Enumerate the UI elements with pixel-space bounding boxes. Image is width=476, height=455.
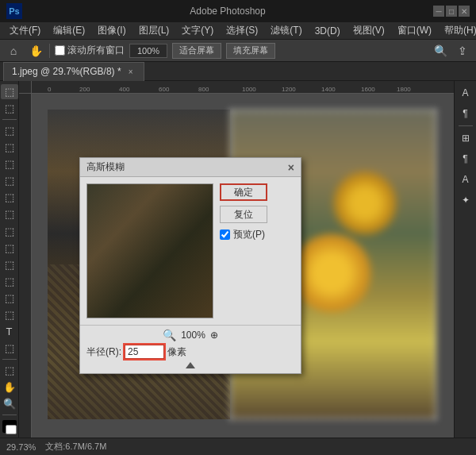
radius-unit: 像素 — [167, 345, 186, 359]
ruler-tick-600: 600 — [159, 86, 169, 93]
status-bar: 29.73% 文档:6.7M/6.7M — [0, 438, 476, 455]
right-panel: A ¶ ⊞ ¶ A ✦ — [454, 81, 476, 438]
left-toolbar: ⬚ ⬚ ⬚ ⬚ ⬚ ⬚ ⬚ ⬚ ⬚ ⬚ ⬚ ⬚ ⬚ ⬚ T ⬚ ⬚ ✋ 🔍 — [0, 81, 19, 438]
crop-tool[interactable]: ⬚ — [1, 140, 18, 155]
flower-blurred-1 — [292, 233, 371, 313]
share-icon[interactable]: ⇪ — [454, 42, 471, 60]
canvas-area: 0 200 400 600 800 1000 1200 1400 1600 18… — [19, 81, 454, 438]
gaussian-blur-dialog: 高斯模糊 × 确定 复位 预览(P) — [79, 157, 301, 374]
main-layout: ⬚ ⬚ ⬚ ⬚ ⬚ ⬚ ⬚ ⬚ ⬚ ⬚ ⬚ ⬚ ⬚ ⬚ T ⬚ ⬚ ✋ 🔍 0 … — [0, 81, 476, 438]
ruler-tick-1000: 1000 — [242, 86, 256, 93]
dialog-controls: 确定 复位 预览(P) — [220, 183, 294, 318]
tool-separator-1 — [2, 119, 17, 120]
ok-button[interactable]: 确定 — [220, 183, 267, 201]
hand-tool[interactable]: ✋ — [1, 380, 18, 395]
preview-checkbox-area: 预览(P) — [220, 228, 294, 241]
right-panel-btn-1[interactable]: A — [457, 84, 474, 102]
dialog-body: 确定 复位 预览(P) — [80, 177, 301, 325]
tab-bar: 1.jpeg @ 29.7%(RGB/8) * × — [0, 62, 476, 81]
search-icon[interactable]: 🔍 — [432, 42, 449, 60]
document-tab[interactable]: 1.jpeg @ 29.7%(RGB/8) * × — [3, 62, 144, 81]
zoom-tool[interactable]: 🔍 — [1, 396, 18, 411]
options-bar: ⌂ ✋ 滚动所有窗口 适合屏幕 填充屏幕 🔍 ⇪ — [0, 40, 476, 62]
menu-layer[interactable]: 图层(L) — [132, 22, 176, 39]
window-controls: ─ □ ✕ — [433, 6, 470, 17]
menu-select[interactable]: 选择(S) — [220, 22, 264, 39]
selection-tool[interactable]: ⬚ — [1, 101, 18, 116]
zoom-in-icon[interactable]: ⊕ — [210, 330, 218, 341]
menu-bar: 文件(F) 编辑(E) 图像(I) 图层(L) 文字(Y) 选择(S) 滤镜(T… — [0, 22, 476, 40]
zoom-input[interactable] — [129, 44, 167, 58]
slider-arrow[interactable] — [186, 362, 195, 368]
menu-file[interactable]: 文件(F) — [3, 22, 47, 39]
text-tool[interactable]: T — [1, 324, 18, 339]
scroll-all-checkbox[interactable] — [55, 45, 65, 56]
ps-logo: Ps — [6, 3, 22, 19]
menu-help[interactable]: 帮助(H) — [438, 22, 476, 39]
radius-label: 半径(R): — [86, 345, 121, 359]
dialog-footer: 🔍 100% ⊕ 半径(R): 像素 — [80, 325, 301, 373]
right-panel-btn-4[interactable]: ¶ — [457, 150, 474, 168]
radius-input[interactable] — [125, 345, 164, 359]
zoom-level: 29.73% — [6, 442, 36, 452]
canvas-content[interactable]: 高斯模糊 × 确定 复位 预览(P) — [32, 94, 454, 438]
menu-view[interactable]: 视图(V) — [347, 22, 391, 39]
dialog-title-text: 高斯模糊 — [86, 160, 125, 174]
ruler-left — [19, 81, 32, 438]
ruler-tick-1600: 1600 — [361, 86, 375, 93]
fit-screen-button[interactable]: 适合屏幕 — [172, 43, 221, 59]
right-panel-btn-5[interactable]: A — [457, 171, 474, 188]
dodge-tool[interactable]: ⬚ — [1, 291, 18, 306]
right-panel-btn-2[interactable]: ¶ — [457, 105, 474, 122]
title-bar: Ps Adobe Photoshop ─ □ ✕ — [0, 0, 476, 22]
scroll-all-label: 滚动所有窗口 — [67, 44, 125, 57]
minimize-button[interactable]: ─ — [433, 6, 444, 17]
menu-filter[interactable]: 滤镜(T) — [264, 22, 308, 39]
right-panel-btn-6[interactable]: ✦ — [457, 191, 474, 209]
menu-edit[interactable]: 编辑(E) — [47, 22, 91, 39]
menu-window[interactable]: 窗口(W) — [391, 22, 438, 39]
clone-tool[interactable]: ⬚ — [1, 206, 18, 222]
maximize-button[interactable]: □ — [446, 6, 457, 17]
ruler-corner — [19, 81, 32, 94]
eyedropper-tool[interactable]: ⬚ — [1, 156, 18, 172]
menu-image[interactable]: 图像(I) — [91, 22, 132, 39]
ruler-tick-1400: 1400 — [321, 86, 336, 93]
lasso-tool[interactable]: ⬚ — [1, 123, 18, 138]
dialog-preview — [86, 183, 213, 318]
eraser-tool[interactable]: ⬚ — [1, 241, 18, 256]
menu-text[interactable]: 文字(Y) — [175, 22, 220, 39]
scroll-all-windows: 滚动所有窗口 — [55, 44, 125, 57]
history-brush[interactable]: ⬚ — [1, 223, 18, 238]
right-panel-btn-3[interactable]: ⊞ — [457, 129, 474, 147]
gradient-tool[interactable]: ⬚ — [1, 257, 18, 272]
healing-tool[interactable]: ⬚ — [1, 173, 18, 188]
preview-label: 预览(P) — [233, 228, 265, 241]
zoom-out-icon[interactable]: 🔍 — [163, 329, 176, 341]
home-icon[interactable]: ⌂ — [5, 42, 22, 60]
app-title: Adobe Photoshop — [27, 6, 428, 17]
background-color[interactable] — [6, 425, 17, 434]
doc-size: 文档:6.7M/6.7M — [45, 441, 106, 453]
close-button[interactable]: ✕ — [459, 6, 470, 17]
dialog-title-bar: 高斯模糊 × — [80, 158, 301, 177]
dialog-close-button[interactable]: × — [288, 161, 294, 174]
fill-screen-button[interactable]: 填充屏幕 — [226, 43, 275, 59]
ruler-top: 0 200 400 600 800 1000 1200 1400 1600 18… — [32, 81, 454, 94]
slider-row — [86, 362, 294, 368]
ruler-tick-1200: 1200 — [282, 86, 296, 93]
hand-tool-icon[interactable]: ✋ — [27, 42, 44, 60]
reset-button[interactable]: 复位 — [220, 206, 267, 223]
blur-tool[interactable]: ⬚ — [1, 274, 18, 289]
shape-tool[interactable]: ⬚ — [1, 363, 18, 378]
pen-tool[interactable]: ⬚ — [1, 307, 18, 322]
brush-tool[interactable]: ⬚ — [1, 190, 18, 205]
separator-1 — [49, 44, 50, 58]
zoom-row: 🔍 100% ⊕ — [86, 329, 294, 341]
menu-3d[interactable]: 3D(D) — [309, 24, 347, 38]
path-tool[interactable]: ⬚ — [1, 341, 18, 356]
tab-close-icon[interactable]: × — [126, 67, 136, 76]
radius-row: 半径(R): 像素 — [86, 345, 294, 359]
move-tool[interactable]: ⬚ — [1, 84, 18, 99]
preview-checkbox[interactable] — [220, 229, 230, 240]
